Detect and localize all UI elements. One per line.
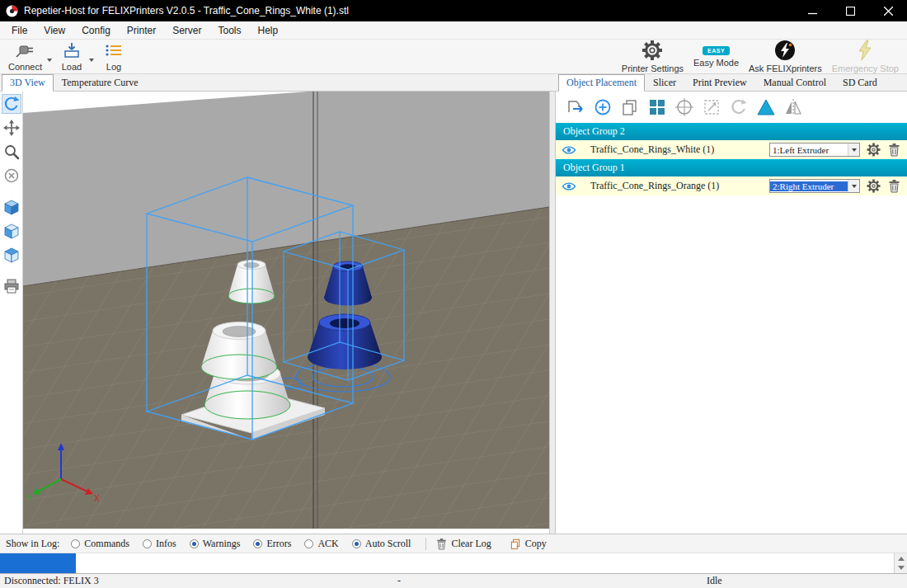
axis-x-label: X	[94, 494, 100, 503]
easy-mode-button[interactable]: EASY Easy Mode	[688, 40, 744, 73]
object-group-header[interactable]: Object Group 1	[556, 159, 907, 176]
log-filter-errors[interactable]: Errors	[253, 538, 291, 550]
load-button[interactable]: Load	[54, 40, 89, 73]
load-dropdown-caret[interactable]	[89, 59, 94, 64]
tab-3d-view[interactable]: 3D View	[2, 74, 54, 92]
minimize-button[interactable]	[793, 0, 831, 21]
log-control-bar: Show in Log: Commands Infos Warnings Err…	[0, 534, 907, 553]
copy-icon	[510, 538, 521, 550]
export-object-icon[interactable]	[566, 97, 585, 117]
log-selected-line[interactable]	[0, 553, 76, 573]
easy-badge: EASY	[703, 46, 730, 55]
reset-view-icon[interactable]	[2, 166, 21, 186]
easy-mode-label: Easy Mode	[693, 58, 739, 68]
printer-settings-button[interactable]: Printer Settings	[617, 40, 688, 73]
menu-help[interactable]: Help	[250, 23, 287, 38]
object-settings-gear-icon[interactable]	[866, 179, 881, 194]
tab-manual-control[interactable]: Manual Control	[755, 74, 834, 91]
object-placement-panel: Object Group 2 Traffic_Cone_Rings_White …	[556, 92, 907, 534]
radio-infos[interactable]	[143, 539, 152, 548]
drop-object-icon[interactable]	[756, 97, 776, 117]
object-row-white[interactable]: Traffic_Cone_Rings_White (1) 1:Left Extr…	[556, 140, 907, 159]
zoom-view-icon[interactable]	[2, 142, 21, 162]
radio-commands[interactable]	[71, 539, 80, 548]
object-group-list: Object Group 2 Traffic_Cone_Rings_White …	[556, 123, 907, 195]
front-view-icon[interactable]	[2, 221, 21, 241]
scroll-up-button[interactable]	[895, 553, 907, 563]
tab-temperature-curve[interactable]: Temperature Curve	[54, 74, 147, 91]
visibility-eye-icon[interactable]	[562, 179, 576, 194]
connect-icon	[14, 41, 35, 61]
object-toolbar	[556, 92, 907, 123]
delete-object-trash-icon[interactable]	[886, 143, 901, 158]
object-name: Traffic_Cone_Rings_White (1)	[590, 143, 764, 156]
extruder-dropdown[interactable]: 1:Left Extruder	[769, 143, 860, 157]
object-group-title: Object Group 2	[563, 125, 625, 138]
copy-log-button[interactable]: Copy	[510, 538, 547, 550]
radio-errors[interactable]	[253, 539, 262, 548]
dropdown-caret-icon[interactable]	[848, 143, 859, 156]
center-object-icon[interactable]	[674, 97, 694, 117]
rotate-view-icon[interactable]	[2, 94, 21, 114]
left-tab-strip: 3D View Temperature Curve	[0, 74, 556, 91]
log-filter-infos[interactable]: Infos	[143, 538, 176, 550]
isometric-view-icon[interactable]	[2, 197, 21, 217]
object-row-orange[interactable]: Traffic_Cone_Rings_Orange (1) 2:Right Ex…	[556, 176, 907, 195]
copy-log-label: Copy	[525, 538, 547, 550]
visibility-eye-icon[interactable]	[562, 143, 576, 158]
emergency-stop-icon	[855, 40, 875, 63]
radio-label: Auto Scroll	[365, 538, 411, 550]
menu-file[interactable]: File	[3, 23, 35, 38]
extruder-dropdown[interactable]: 2:Right Extruder	[769, 179, 860, 193]
tab-slicer[interactable]: Slicer	[645, 74, 684, 91]
menu-printer[interactable]: Printer	[119, 23, 164, 38]
rotate-object-icon[interactable]	[729, 97, 749, 117]
ask-felixprinters-label: Ask FELIXprinters	[749, 64, 822, 73]
menu-config[interactable]: Config	[73, 23, 119, 38]
show-printer-icon[interactable]	[2, 276, 21, 296]
log-filter-ack[interactable]: ACK	[304, 538, 338, 550]
radio-label: Errors	[266, 538, 291, 550]
close-button[interactable]	[869, 0, 907, 21]
object-name: Traffic_Cone_Rings_Orange (1)	[590, 180, 764, 192]
mirror-object-icon[interactable]	[783, 97, 803, 117]
tab-print-preview[interactable]: Print Preview	[684, 74, 755, 91]
load-icon	[62, 41, 82, 61]
top-view-icon[interactable]	[2, 245, 21, 265]
radio-warnings[interactable]	[190, 539, 199, 548]
dropdown-caret-icon[interactable]	[848, 180, 859, 192]
add-object-icon[interactable]	[593, 97, 613, 117]
menu-view[interactable]: View	[35, 23, 73, 38]
right-tab-strip: Object Placement Slicer Print Preview Ma…	[556, 74, 907, 91]
log-filter-autoscroll[interactable]: Auto Scroll	[352, 538, 411, 550]
panel-splitter[interactable]	[549, 92, 556, 534]
menu-server[interactable]: Server	[164, 23, 209, 38]
scale-object-icon[interactable]	[702, 97, 721, 117]
log-filter-warnings[interactable]: Warnings	[190, 538, 241, 550]
radio-ack[interactable]	[304, 539, 313, 548]
connect-dropdown-caret[interactable]	[47, 59, 52, 64]
object-group-header[interactable]: Object Group 2	[556, 123, 907, 140]
autoposition-icon[interactable]	[647, 97, 667, 117]
main-toolbar: Connect Load Log Printer Settings EASY E…	[0, 40, 907, 74]
ask-felixprinters-button[interactable]: Ask FELIXprinters	[744, 40, 827, 73]
emergency-stop-button[interactable]: Emergency Stop	[827, 40, 904, 73]
log-button[interactable]: Log	[96, 40, 131, 73]
object-settings-gear-icon[interactable]	[866, 143, 881, 158]
connect-button[interactable]: Connect	[3, 40, 47, 73]
delete-object-trash-icon[interactable]	[886, 179, 901, 194]
object-group-title: Object Group 1	[563, 162, 625, 174]
tab-object-placement[interactable]: Object Placement	[558, 74, 645, 92]
scroll-down-button[interactable]	[895, 563, 907, 573]
log-filter-commands[interactable]: Commands	[71, 538, 129, 550]
radio-autoscroll[interactable]	[352, 539, 361, 548]
viewport-3d[interactable]: X Y	[23, 92, 549, 534]
log-scrollbar[interactable]	[894, 553, 907, 573]
clear-log-button[interactable]: Clear Log	[436, 538, 491, 550]
move-view-icon[interactable]	[2, 118, 21, 138]
tab-sd-card[interactable]: SD Card	[834, 74, 886, 91]
log-output-area[interactable]	[0, 553, 907, 573]
copy-object-icon[interactable]	[620, 97, 640, 117]
menu-tools[interactable]: Tools	[210, 23, 250, 38]
maximize-button[interactable]	[831, 0, 869, 21]
